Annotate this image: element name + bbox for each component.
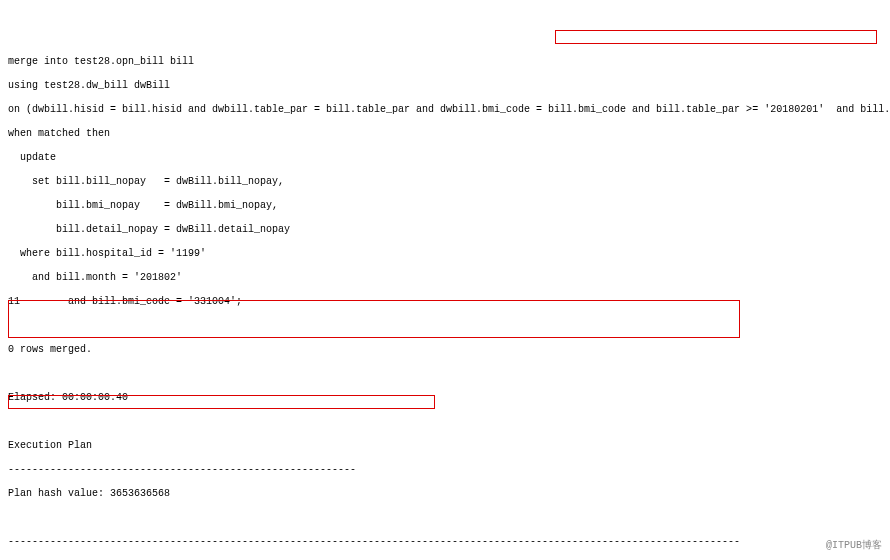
- execution-plan-header: Execution Plan: [8, 440, 882, 452]
- sql-line: when matched then: [8, 128, 882, 140]
- sql-condition-highlight: bill.table_par >= '20180201' and bill.ta…: [656, 104, 890, 115]
- watermark: @ITPUB博客: [826, 540, 882, 552]
- sql-line: and bill.month = '201802': [8, 272, 882, 284]
- sql-text: on (dwbill.hisid = bill.hisid and dwbill…: [8, 104, 656, 115]
- blank-line: [8, 416, 882, 428]
- sql-line: bill.bmi_nopay = dwBill.bmi_nopay,: [8, 200, 882, 212]
- sql-line: merge into test28.opn_bill bill: [8, 56, 882, 68]
- blank-line: [8, 368, 882, 380]
- blank-line: [8, 512, 882, 524]
- sql-line: bill.detail_nopay = dwBill.detail_nopay: [8, 224, 882, 236]
- sql-line: on (dwbill.hisid = bill.hisid and dwbill…: [8, 104, 882, 116]
- sql-line: using test28.dw_bill dwBill: [8, 80, 882, 92]
- plan-hash: Plan hash value: 3653636568: [8, 488, 882, 500]
- blank-line: [8, 320, 882, 332]
- rows-merged: 0 rows merged.: [8, 344, 882, 356]
- table-border: ----------------------------------------…: [8, 536, 882, 548]
- sql-line: where bill.hospital_id = '1199': [8, 248, 882, 260]
- sql-line: update: [8, 152, 882, 164]
- sql-line: set bill.bill_nopay = dwBill.bill_nopay,: [8, 176, 882, 188]
- elapsed-time: Elapsed: 00:00:00.40: [8, 392, 882, 404]
- divider: ----------------------------------------…: [8, 464, 882, 476]
- highlight-box-sql-condition: [555, 30, 877, 44]
- sql-line: 11 and bill.bmi_code = '331004';: [8, 296, 882, 308]
